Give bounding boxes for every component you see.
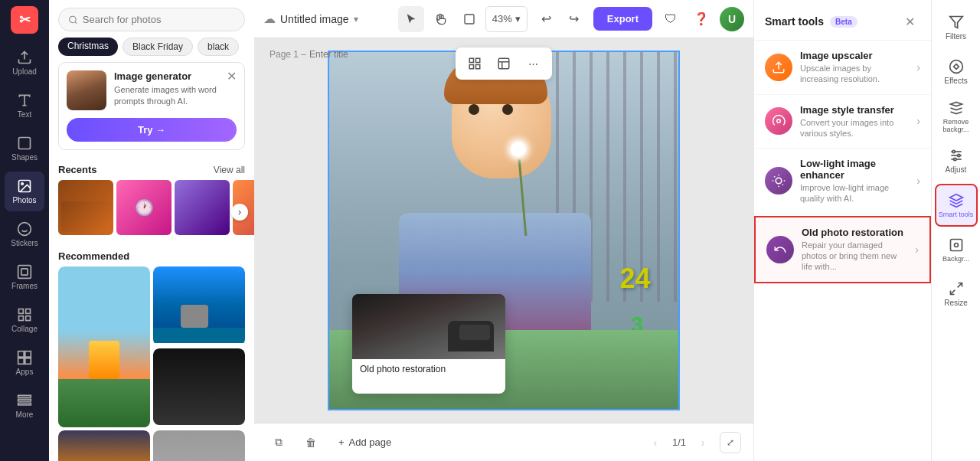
prev-page-button[interactable]: ‹ — [645, 432, 666, 453]
smart-tools-close-button[interactable]: ✕ — [899, 11, 920, 32]
search-bar[interactable] — [58, 8, 245, 31]
svg-rect-6 — [18, 266, 31, 279]
smart-tool-lowlight[interactable]: Low-light image enhancer Improve low-lig… — [754, 149, 931, 214]
image-generator-description: Generate images with word prompts throug… — [114, 84, 237, 108]
recents-header: Recents View all — [49, 158, 254, 180]
smart-tool-restoration[interactable]: Old photo restoration Repair your damage… — [754, 216, 931, 283]
select-tool-button[interactable] — [398, 6, 424, 32]
smart-tool-style-transfer[interactable]: Image style transfer Convert your images… — [754, 95, 931, 149]
undo-button[interactable]: ↩ — [534, 6, 560, 32]
hand-tool-button[interactable] — [427, 6, 453, 32]
svg-point-41 — [952, 150, 955, 152]
lowlight-icon — [765, 167, 792, 195]
svg-point-28 — [777, 119, 781, 123]
recommended-item-5[interactable] — [153, 430, 245, 461]
sidebar-item-text[interactable]: Text — [5, 86, 44, 126]
restoration-name: Old photo restoration — [802, 227, 907, 238]
upscaler-name: Image upscaler — [800, 50, 909, 61]
effects-tool[interactable]: Effects — [935, 51, 978, 93]
add-page-button[interactable]: + Add page — [331, 432, 399, 453]
panel-scroll: Recents View all 🕐 › Recommen — [49, 158, 254, 461]
sidebar-item-shapes[interactable]: Shapes — [5, 129, 44, 168]
page-label: Page 1 – — [270, 49, 424, 60]
background-tool[interactable]: Backgr... — [935, 228, 978, 271]
sidebar-item-photos[interactable]: Photos — [5, 172, 44, 211]
search-icon — [68, 15, 78, 25]
sidebar-item-frames[interactable]: Frames — [5, 257, 44, 297]
next-page-button[interactable]: › — [692, 432, 714, 453]
redo-button[interactable]: ↪ — [561, 6, 587, 32]
canvas-grid-button[interactable] — [463, 52, 486, 75]
title-dropdown-button[interactable]: ▾ — [354, 14, 358, 25]
recommended-title: Recommended — [58, 250, 129, 262]
sidebar-item-apps[interactable]: Apps — [5, 343, 44, 383]
upscaler-icon — [765, 54, 792, 81]
tag-christmas[interactable]: Christmas — [58, 38, 118, 56]
svg-point-43 — [953, 158, 956, 160]
bottom-bar-right: ‹ 1/1 › ⤢ — [645, 432, 741, 453]
help-button[interactable]: ❓ — [689, 7, 714, 31]
svg-marker-36 — [949, 17, 962, 28]
canvas-layout-button[interactable] — [492, 52, 515, 75]
recents-next-button[interactable]: › — [231, 204, 248, 221]
sidebar-item-collage[interactable]: Collage — [5, 300, 44, 340]
recent-item-2[interactable]: 🕐 — [116, 180, 172, 235]
recommended-item-4[interactable] — [58, 430, 150, 461]
svg-rect-8 — [19, 309, 24, 314]
image-generator-title: Image generator — [114, 70, 237, 82]
numbers-overlay: 24 — [619, 263, 650, 295]
page-title-input[interactable] — [309, 49, 424, 60]
svg-point-19 — [70, 16, 77, 23]
recent-item-1[interactable] — [58, 180, 113, 235]
lowlight-arrow-icon: › — [916, 175, 920, 187]
icon-bar: ✂ Upload Text Shapes Photos Stickers Fra… — [0, 0, 49, 461]
remove-bg-tool[interactable]: Remove backgr... — [935, 95, 978, 138]
tag-black-friday[interactable]: Black Friday — [122, 38, 193, 56]
smart-tool-image-upscaler[interactable]: Image upscaler Upscale images by increas… — [754, 41, 931, 95]
canvas-more-button[interactable]: ⋯ — [521, 52, 544, 75]
restoration-icon — [766, 236, 794, 263]
user-avatar[interactable]: U — [720, 7, 744, 31]
image-generator-close-button[interactable]: ✕ — [224, 69, 238, 83]
restoration-popup[interactable]: Old photo restoration — [352, 294, 505, 394]
frame-tool-button[interactable] — [456, 6, 482, 32]
view-all-button[interactable]: View all — [214, 165, 245, 175]
duplicate-page-button[interactable]: ⧉ — [266, 430, 291, 455]
expand-button[interactable]: ⤢ — [720, 432, 741, 453]
tags-row: Christmas Black Friday black — [49, 38, 254, 62]
app-logo[interactable]: ✂ — [11, 6, 38, 34]
svg-point-42 — [957, 154, 959, 156]
delete-page-button[interactable]: 🗑 — [299, 430, 323, 455]
svg-rect-1 — [19, 138, 31, 149]
svg-point-29 — [776, 178, 782, 185]
tag-black[interactable]: black — [198, 38, 239, 56]
recent-item-3[interactable] — [175, 180, 230, 235]
export-button[interactable]: Export — [593, 7, 652, 31]
page-indicator: 1/1 — [672, 436, 686, 448]
sidebar-item-upload[interactable]: Upload — [5, 43, 44, 83]
filters-tool[interactable]: Filters — [935, 6, 978, 49]
sidebar-item-more[interactable]: More — [5, 386, 44, 426]
resize-tool[interactable]: Resize — [935, 273, 978, 316]
canvas-toolbar: ⋯ — [456, 47, 552, 80]
shield-icon-button[interactable]: 🛡 — [658, 7, 683, 31]
upscaler-desc: Upscale images by increasing resolution. — [800, 63, 909, 85]
sidebar-item-stickers[interactable]: Stickers — [5, 214, 44, 254]
smart-tools-panel: Smart tools Beta ✕ Image upscaler Upscal… — [753, 0, 931, 461]
search-input[interactable] — [83, 14, 235, 25]
recommended-item-1[interactable] — [58, 266, 150, 427]
smart-tools-tool[interactable]: Smart tools — [935, 184, 978, 227]
adjust-tool[interactable]: Adjust — [935, 139, 978, 182]
recommended-item-3[interactable] — [153, 348, 245, 427]
cloud-icon: ☁ — [263, 11, 276, 26]
svg-rect-44 — [950, 239, 962, 250]
recommended-item-2[interactable] — [153, 266, 245, 345]
zoom-control[interactable]: 43% ▾ — [485, 6, 528, 32]
top-toolbar: ☁ Untitled image ▾ 43% ▾ ↩ ↪ Export — [254, 0, 753, 38]
svg-rect-13 — [25, 351, 31, 358]
style-arrow-icon: › — [916, 115, 920, 127]
canvas-frame: 24 3 Old photo restoration — [328, 51, 680, 410]
child-eyes — [469, 104, 537, 119]
try-button[interactable]: Try → — [67, 118, 237, 142]
toolbar-right: Export 🛡 ❓ U — [593, 7, 744, 31]
